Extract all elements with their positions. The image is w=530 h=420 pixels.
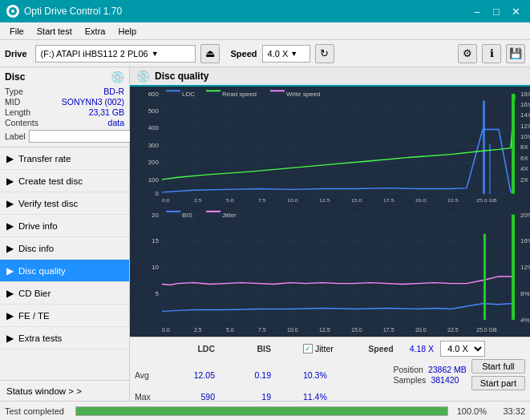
- bottom-chart: 20 15 10 5 20% 16% 12% 8% 4% 0.0 2.5 5.0…: [130, 207, 530, 337]
- disc-type-field: Type BD-R: [5, 87, 124, 96]
- svg-rect-51: [206, 90, 220, 91]
- menu-extra[interactable]: Extra: [79, 25, 112, 38]
- svg-text:Read speed: Read speed: [222, 91, 257, 97]
- svg-text:10.0: 10.0: [287, 327, 298, 333]
- svg-text:20%: 20%: [520, 211, 530, 218]
- avg-row: Avg 12.05 0.19 10.3% Position 23862 MB: [135, 359, 525, 390]
- svg-text:8%: 8%: [520, 290, 530, 297]
- maximize-button[interactable]: □: [488, 3, 504, 19]
- position-row: Position 23862 MB: [394, 365, 467, 374]
- save-button[interactable]: 💾: [506, 44, 525, 63]
- app-title: Opti Drive Control 1.70: [24, 6, 122, 17]
- svg-text:100: 100: [148, 176, 159, 183]
- svg-text:20.0: 20.0: [415, 327, 427, 333]
- sidebar-item-extra-tests[interactable]: ▶ Extra tests: [0, 327, 129, 349]
- sidebar-item-cd-bier[interactable]: ▶ CD Bier: [0, 282, 129, 305]
- svg-text:0.0: 0.0: [162, 327, 170, 333]
- disc-quality-icon: ▶: [6, 265, 14, 277]
- svg-text:8X: 8X: [520, 144, 528, 151]
- status-bar: Test completed 100.0% 33:32: [0, 401, 530, 420]
- speed-dropdown-select[interactable]: 4.0 X: [440, 341, 485, 357]
- disc-info-icon: ▶: [6, 243, 14, 254]
- eject-button[interactable]: ⏏: [200, 44, 220, 63]
- svg-rect-53: [270, 90, 285, 91]
- jitter-check: ✓ Jitter: [303, 344, 334, 353]
- transfer-rate-icon: ▶: [6, 153, 14, 164]
- content-area: 💿 Disc quality: [130, 67, 530, 401]
- drive-toolbar: Drive (F:) ATAPI iHBS112 2 PL06 ▼ ⏏ Spee…: [0, 40, 530, 67]
- info-button[interactable]: ℹ: [482, 44, 501, 63]
- buttons-col: Start full Start part: [471, 359, 525, 390]
- extra-tests-icon: ▶: [6, 333, 14, 344]
- svg-text:Write speed: Write speed: [286, 91, 320, 97]
- svg-rect-56: [489, 143, 491, 193]
- disc-length-field: Length 23,31 GB: [5, 107, 124, 117]
- disc-contents-field: Contents data: [5, 118, 124, 127]
- start-part-button[interactable]: Start part: [471, 376, 525, 390]
- svg-text:5: 5: [156, 290, 160, 297]
- progress-bar-container: [75, 406, 448, 416]
- svg-text:14X: 14X: [520, 112, 530, 119]
- svg-rect-58: [130, 207, 530, 337]
- max-row: Max 590 19 11.4%: [135, 392, 525, 401]
- sidebar-item-create-test-disc[interactable]: ▶ Create test disc: [0, 170, 129, 192]
- status-window-label: Status window > >: [6, 386, 82, 396]
- title-bar-left: Opti Drive Control 1.70: [6, 5, 122, 18]
- max-bis: 19: [223, 392, 279, 401]
- speed-arrow: ▼: [290, 50, 297, 58]
- refresh-button[interactable]: ↻: [315, 44, 334, 63]
- charts-container: 600 500 400 300 200 100 0 18X 16X 14X 12…: [130, 87, 530, 337]
- jitter-checkbox[interactable]: ✓: [303, 344, 313, 353]
- svg-text:25.0 GB: 25.0 GB: [476, 327, 497, 333]
- svg-text:10X: 10X: [520, 133, 530, 139]
- svg-point-1: [11, 10, 14, 13]
- sidebar-item-drive-info[interactable]: ▶ Drive info: [0, 215, 129, 237]
- svg-text:2.5: 2.5: [194, 327, 202, 333]
- disc-label-label: Label: [5, 131, 26, 141]
- sidebar-item-verify-test-disc[interactable]: ▶ Verify test disc: [0, 192, 129, 215]
- start-full-button[interactable]: Start full: [471, 359, 525, 374]
- svg-text:0: 0: [156, 191, 159, 197]
- controls-bar: LDC BIS ✓ Jitter Speed 4.18 X 4.0 X Avg: [130, 337, 530, 401]
- minimize-button[interactable]: –: [469, 3, 485, 19]
- drive-select[interactable]: (F:) ATAPI iHBS112 2 PL06 ▼: [35, 45, 196, 63]
- svg-text:18X: 18X: [520, 91, 530, 97]
- sidebar-item-disc-quality[interactable]: ▶ Disc quality: [0, 260, 129, 282]
- status-window-button[interactable]: Status window > >: [0, 380, 129, 401]
- jitter-label: Jitter: [315, 344, 334, 353]
- top-chart: 600 500 400 300 200 100 0 18X 16X 14X 12…: [130, 87, 530, 207]
- svg-text:15.0: 15.0: [351, 327, 362, 333]
- svg-text:10: 10: [152, 264, 160, 271]
- svg-text:7.5: 7.5: [258, 327, 266, 333]
- disc-label: Disc: [5, 71, 25, 83]
- speed-current: 4.18 X: [410, 344, 434, 353]
- svg-text:22.5: 22.5: [447, 198, 459, 204]
- max-jitter: 11.4%: [303, 392, 351, 401]
- menu-file[interactable]: File: [3, 25, 30, 38]
- svg-text:7.5: 7.5: [258, 198, 266, 204]
- svg-rect-49: [166, 90, 180, 91]
- menu-help[interactable]: Help: [111, 25, 143, 38]
- menu-start-test[interactable]: Start test: [30, 25, 79, 38]
- svg-text:6X: 6X: [520, 155, 528, 161]
- svg-text:16X: 16X: [520, 101, 530, 107]
- settings-button[interactable]: ⚙: [458, 44, 477, 63]
- sidebar-item-transfer-rate[interactable]: ▶ Transfer rate: [0, 147, 129, 170]
- disc-label-input[interactable]: [29, 130, 136, 143]
- avg-bis: 0.19: [223, 370, 279, 380]
- bis-header: BIS: [223, 344, 279, 353]
- svg-text:16%: 16%: [520, 237, 530, 244]
- disc-icon[interactable]: 💿: [111, 71, 124, 83]
- sidebar-item-fe-te[interactable]: ▶ FE / TE: [0, 305, 129, 327]
- svg-text:4X: 4X: [520, 166, 528, 172]
- svg-rect-96: [166, 211, 180, 212]
- speed-label: Speed: [231, 49, 257, 59]
- sidebar-item-disc-info[interactable]: ▶ Disc info: [0, 237, 129, 260]
- svg-rect-100: [483, 234, 486, 320]
- sidebar: Disc 💿 Type BD-R MID SONYNN3 (002) Lengt…: [0, 67, 130, 401]
- speed-select[interactable]: 4.0 X ▼: [262, 45, 310, 63]
- drive-dropdown-arrow: ▼: [152, 50, 159, 58]
- drive-info-icon: ▶: [6, 220, 14, 232]
- status-text: Test completed: [5, 406, 69, 416]
- close-button[interactable]: ✕: [508, 3, 524, 19]
